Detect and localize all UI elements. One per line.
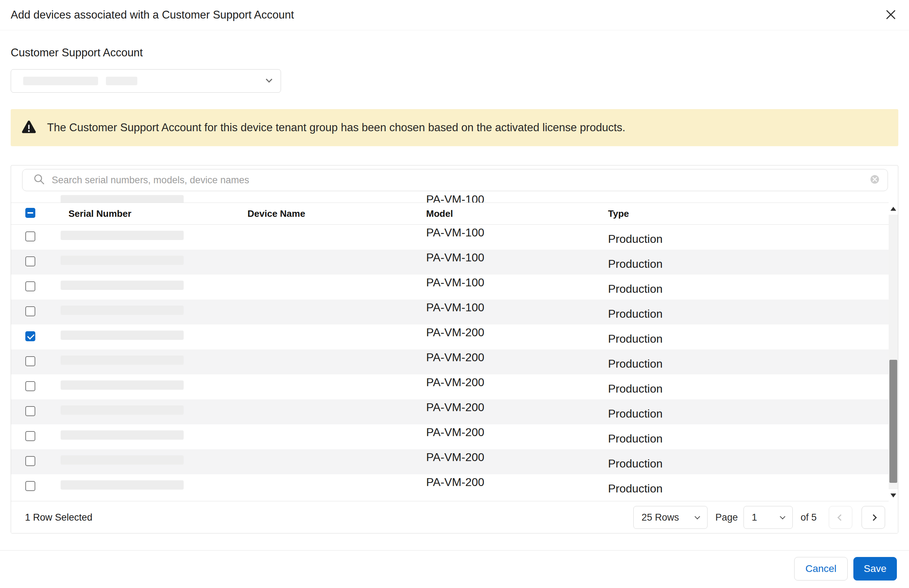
redacted-serial	[61, 195, 184, 202]
chevron-down-icon	[780, 514, 786, 519]
row-checkbox[interactable]	[25, 231, 35, 241]
redacted-serial	[61, 355, 184, 365]
model-cell: PA-VM-100	[426, 256, 608, 269]
table-scrollbar	[889, 202, 898, 501]
table-row: PA-VM-100 Production	[11, 275, 898, 299]
type-cell: Production	[608, 281, 898, 294]
arrow-down-icon	[890, 494, 896, 498]
type-cell: Production	[608, 430, 898, 444]
type-cell: Production	[608, 380, 898, 394]
page-number-value: 1	[752, 512, 757, 523]
close-button[interactable]	[885, 9, 896, 21]
type-cell: Production	[608, 405, 898, 418]
cancel-button[interactable]: Cancel	[794, 557, 848, 580]
type-cell: Production	[608, 480, 898, 494]
close-icon	[885, 9, 896, 21]
table-header: Serial Number Device Name Model Type	[11, 202, 898, 225]
account-select[interactable]	[11, 69, 281, 93]
row-checkbox[interactable]	[25, 256, 35, 267]
table-footer: 1 Row Selected 25 Rows Page 1 of 5	[11, 501, 898, 533]
table-row: PA-VM-200 Production	[11, 399, 898, 424]
chevron-right-icon	[870, 514, 877, 520]
model-cell: PA-VM-100	[426, 305, 608, 319]
warning-banner: The Customer Support Account for this de…	[11, 109, 898, 146]
model-cell: PA-VM-100	[426, 231, 608, 244]
type-cell: Production	[608, 256, 898, 269]
row-checkbox[interactable]	[25, 281, 35, 291]
warning-triangle-icon	[21, 120, 36, 136]
modal-header: Add devices associated with a Customer S…	[0, 0, 909, 30]
table-body: PA-VM-100 Production PA-VM-100 Productio…	[11, 225, 898, 501]
model-cell: PA-VM-200	[426, 480, 608, 494]
search-input[interactable]	[52, 175, 863, 186]
account-section-label: Customer Support Account	[11, 46, 898, 59]
type-cell: Production	[608, 331, 898, 344]
redacted-serial	[61, 380, 184, 390]
page-label: Page	[715, 512, 738, 523]
scroll-up-button[interactable]	[889, 202, 898, 215]
select-all-checkbox[interactable]	[25, 208, 35, 218]
column-header-model: Model	[426, 208, 608, 219]
row-checkbox[interactable]	[25, 356, 35, 366]
redacted-serial	[61, 231, 184, 240]
model-cell: PA-VM-200	[426, 355, 608, 369]
redacted-account-id	[106, 77, 137, 85]
table-row: PA-VM-100 Production	[11, 225, 898, 250]
model-cell: PA-VM-100	[426, 193, 608, 202]
clear-search-button[interactable]	[870, 174, 880, 186]
type-cell: Production	[608, 456, 898, 468]
model-cell: PA-VM-200	[426, 430, 608, 444]
row-checkbox[interactable]	[25, 381, 35, 391]
redacted-serial	[61, 281, 184, 290]
table-row: PA-VM-200 Production	[11, 325, 898, 349]
type-cell: Production	[608, 355, 898, 369]
warning-text: The Customer Support Account for this de…	[47, 121, 625, 134]
modal-actions: Cancel Save	[0, 551, 909, 580]
row-checkbox[interactable]	[25, 431, 35, 441]
table-row: PA-VM-200 Production	[11, 474, 898, 499]
model-cell: PA-VM-200	[426, 380, 608, 394]
row-checkbox[interactable]	[25, 406, 35, 416]
column-header-device-name: Device Name	[247, 208, 426, 219]
redacted-serial	[61, 331, 184, 340]
row-checkbox[interactable]	[25, 306, 35, 316]
devices-table-card: PA-VM-100 Serial Number Device Name Mode…	[11, 165, 898, 533]
table-row: PA-VM-100 Production	[11, 250, 898, 275]
row-checkbox[interactable]	[25, 456, 35, 466]
redacted-account-name	[23, 77, 98, 85]
model-cell: PA-VM-200	[426, 331, 608, 344]
table-row: PA-VM-200 Production	[11, 349, 898, 375]
page-total-text: of 5	[801, 512, 817, 523]
scrollbar-thumb[interactable]	[890, 360, 897, 483]
magnifier-icon	[33, 173, 45, 187]
pagination-controls: 25 Rows Page 1 of 5	[633, 506, 885, 529]
redacted-serial	[61, 456, 184, 465]
model-cell: PA-VM-100	[426, 281, 608, 294]
rows-per-page-select[interactable]: 25 Rows	[633, 506, 707, 529]
row-checkbox[interactable]	[25, 481, 35, 491]
column-header-type: Type	[608, 208, 898, 219]
redacted-serial	[61, 256, 184, 265]
search-box	[22, 169, 888, 191]
model-cell: PA-VM-200	[426, 405, 608, 418]
save-button[interactable]: Save	[853, 557, 897, 580]
table-row: PA-VM-200 Production	[11, 449, 898, 474]
redacted-serial	[61, 405, 184, 415]
type-cell: Production	[608, 305, 898, 319]
partially-scrolled-row: PA-VM-100	[11, 193, 898, 202]
scrollbar-track[interactable]	[889, 215, 898, 489]
rows-per-page-value: 25 Rows	[641, 512, 679, 523]
previous-page-button[interactable]	[829, 506, 852, 529]
redacted-serial	[61, 305, 184, 315]
row-checkbox[interactable]	[25, 331, 35, 341]
table-row: PA-VM-100 Production	[11, 299, 898, 325]
scroll-down-button[interactable]	[889, 489, 898, 501]
redacted-serial	[61, 430, 184, 439]
selected-rows-text: 1 Row Selected	[25, 512, 92, 523]
page-number-select[interactable]: 1	[744, 506, 793, 529]
chevron-left-icon	[837, 514, 844, 520]
table-row: PA-VM-200 Production	[11, 424, 898, 449]
chevron-down-icon	[695, 514, 701, 519]
next-page-button[interactable]	[862, 506, 885, 529]
table-row: PA-VM-200 Production	[11, 375, 898, 399]
